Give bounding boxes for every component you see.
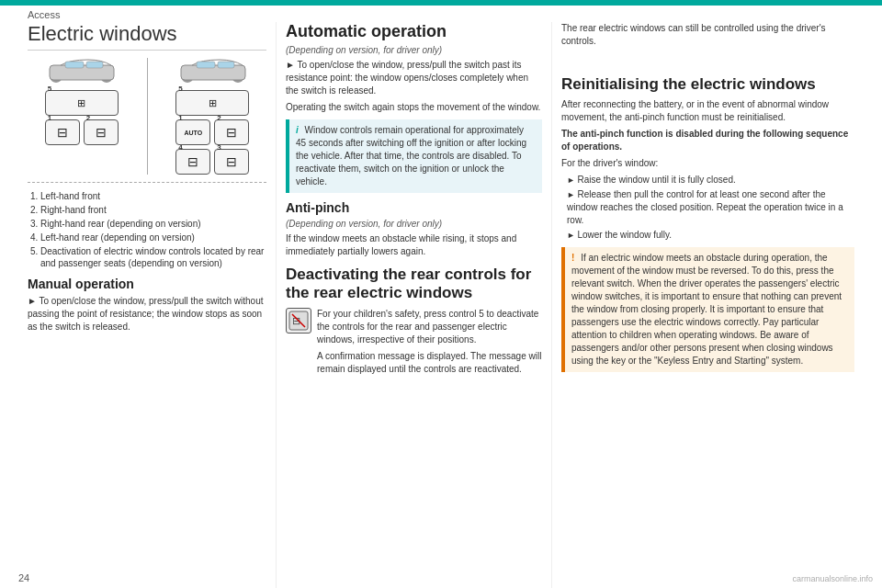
svg-rect-4 bbox=[86, 62, 103, 68]
wc-btn-1[interactable]: 1 ⊟ bbox=[45, 119, 80, 145]
page-title: Electric windows bbox=[28, 22, 266, 51]
warning-box: ! If an electric window meets an obstacl… bbox=[561, 247, 854, 372]
content-area: Electric windows bbox=[0, 22, 882, 588]
page-number: 24 bbox=[18, 572, 29, 583]
anti-pinch-title: Anti-pinch bbox=[286, 200, 542, 215]
anti-pinch-subtitle: (Depending on version, for driver only) bbox=[286, 219, 542, 229]
auto-op-text1: ► To open/close the window, press/pull t… bbox=[286, 59, 542, 97]
car-svg-right bbox=[174, 58, 252, 84]
reinit-bold: The anti-pinch function is disabled duri… bbox=[561, 128, 854, 153]
list-item-4: Left-hand rear (depending on version) bbox=[40, 232, 266, 243]
wc-btn-5[interactable]: 5 ⊞ bbox=[45, 90, 119, 116]
manual-op-text: ► To open/close the window, press/pull t… bbox=[28, 295, 266, 334]
wc-btn-2[interactable]: 2 ⊟ bbox=[84, 119, 119, 145]
deact-icon-row: ⊟ For your children's safety, press cont… bbox=[286, 308, 542, 379]
step-1: Raise the window until it is fully close… bbox=[567, 174, 854, 187]
step-3: Lower the window fully. bbox=[567, 229, 854, 242]
page: Access Electric windows bbox=[0, 0, 882, 588]
watermark: carmanualsonline.info bbox=[792, 574, 873, 583]
wc-btn-3r[interactable]: 3 ⊟ bbox=[214, 149, 249, 175]
window-controls-right: 5 ⊞ 1 AUTO 2 ⊟ bbox=[159, 90, 267, 175]
btn-3r-icon: ⊟ bbox=[226, 154, 237, 169]
info-box-text: Window controls remain operational for a… bbox=[296, 125, 526, 187]
wc-btn-4r[interactable]: 4 ⊟ bbox=[175, 149, 210, 175]
btn-num-2: 2 bbox=[86, 114, 90, 122]
wc-row-bottom: 1 ⊟ 2 ⊟ bbox=[28, 119, 136, 145]
svg-rect-3 bbox=[65, 62, 84, 68]
btn-1-icon: ⊟ bbox=[57, 125, 68, 140]
window-controls-left: 5 ⊞ 1 ⊟ 2 ⊟ bbox=[28, 90, 136, 145]
diagram-left: 5 ⊞ 1 ⊟ 2 ⊟ bbox=[28, 58, 136, 175]
deact-control-icon: ⊟ bbox=[286, 308, 311, 334]
diagram-right: 5 ⊞ 1 AUTO 2 ⊟ bbox=[159, 58, 267, 175]
list-item-3: Right-hand rear (depending on version) bbox=[40, 218, 266, 230]
wc-btn-2r[interactable]: 2 ⊟ bbox=[214, 119, 249, 145]
warning-text: If an electric window meets an obstacle … bbox=[571, 253, 842, 366]
btn-num-5: 5 bbox=[48, 85, 51, 93]
wc-btn-5r[interactable]: 5 ⊞ bbox=[175, 90, 249, 116]
svg-rect-9 bbox=[218, 62, 234, 68]
btn-4r-icon: ⊟ bbox=[187, 154, 198, 169]
btn-2-icon: ⊟ bbox=[96, 125, 107, 140]
wc-row-top-r: 5 ⊞ bbox=[159, 90, 267, 116]
list-item-5: Deactivation of electric window controls… bbox=[40, 245, 266, 269]
reinit-text1: After reconnecting the battery, or in th… bbox=[561, 98, 854, 124]
warning-icon: ! bbox=[571, 253, 574, 263]
wc-row-btm-r: 4 ⊟ 3 ⊟ bbox=[159, 149, 267, 175]
deact-text1: For your children's safety, press contro… bbox=[317, 308, 542, 346]
car-diagram-right bbox=[159, 58, 267, 86]
wc-row-mid-r: 1 AUTO 2 ⊟ bbox=[159, 119, 267, 145]
car-diagram-left bbox=[28, 58, 136, 86]
deact-text2: A confirmation message is displayed. The… bbox=[317, 350, 542, 376]
diagrams-area: 5 ⊞ 1 ⊟ 2 ⊟ bbox=[28, 58, 266, 183]
wc-btn-1r[interactable]: 1 AUTO bbox=[175, 119, 210, 145]
car-svg-left bbox=[42, 58, 120, 84]
manual-op-title: Manual operation bbox=[28, 277, 266, 291]
deact-text-block: For your children's safety, press contro… bbox=[317, 308, 542, 379]
btn-num-5r: 5 bbox=[178, 85, 182, 93]
deact-svg: ⊟ bbox=[288, 311, 309, 331]
btn-num-3r: 3 bbox=[217, 143, 220, 152]
numbered-list: Left-hand front Right-hand front Right-h… bbox=[28, 190, 266, 269]
info-box: i Window controls remain operational for… bbox=[286, 119, 542, 193]
auto-op-text2: Operating the switch again stops the mov… bbox=[286, 101, 542, 114]
section-label: Access bbox=[28, 9, 60, 20]
step-2: Release then pull the control for at lea… bbox=[567, 188, 854, 227]
header-section: Access bbox=[0, 6, 882, 22]
list-item-2: Right-hand front bbox=[40, 204, 266, 216]
list-item-1: Left-hand front bbox=[40, 190, 266, 202]
right-intro-text: The rear electric windows can still be c… bbox=[561, 22, 854, 48]
btn-num-1: 1 bbox=[48, 114, 51, 122]
btn-num-2r: 2 bbox=[217, 114, 220, 122]
right-column: The rear electric windows can still be c… bbox=[551, 22, 864, 588]
anti-pinch-text: If the window meets an obstacle while ri… bbox=[286, 232, 542, 258]
svg-rect-8 bbox=[197, 62, 215, 68]
mid-column: Automatic operation (Depending on versio… bbox=[276, 22, 551, 588]
auto-op-title: Automatic operation bbox=[286, 22, 542, 41]
divider-vertical bbox=[147, 58, 148, 175]
wc-row-top: 5 ⊞ bbox=[28, 90, 136, 116]
btn-num-4r: 4 bbox=[178, 143, 182, 152]
reinit-title: Reinitialising the electric windows bbox=[561, 75, 854, 94]
btn-num-1r: 1 bbox=[178, 114, 182, 122]
info-icon: i bbox=[296, 125, 299, 135]
btn-2r-icon: ⊟ bbox=[226, 125, 237, 140]
driver-window-label: For the driver's window: bbox=[561, 157, 854, 170]
auto-op-subtitle: (Depending on version, for driver only) bbox=[286, 45, 542, 55]
auto-label: AUTO bbox=[184, 130, 202, 136]
left-column: Electric windows bbox=[18, 22, 276, 588]
deact-title: Deactivating the rear controls for the r… bbox=[286, 266, 542, 303]
